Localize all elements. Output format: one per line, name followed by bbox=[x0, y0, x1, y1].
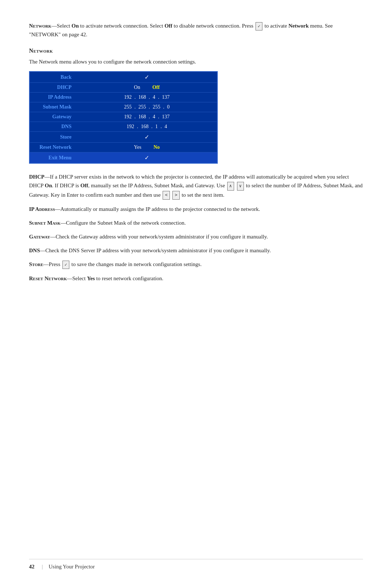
network-menu: Back ✓ DHCP On Off IP Address 192 . 168 … bbox=[29, 71, 363, 164]
dns-dot3: . bbox=[160, 124, 163, 129]
ip-dot3: . bbox=[158, 94, 160, 100]
store-desc2: to save the changes made in network conf… bbox=[70, 261, 201, 267]
section-heading: Network bbox=[29, 48, 363, 54]
menu-row-store: Store ✓ bbox=[29, 132, 217, 143]
dhcp-term: DHCP bbox=[29, 174, 45, 180]
dns-p2: 168 bbox=[141, 124, 148, 129]
dns-dot2: . bbox=[151, 124, 154, 129]
subnet-p2: 255 bbox=[138, 104, 146, 110]
subnet-p3: 255 bbox=[153, 104, 160, 110]
intro-text2: to activate network connection. Select bbox=[79, 23, 164, 29]
dns-p1: 192 bbox=[127, 124, 134, 129]
subnet-p4: 0 bbox=[167, 104, 170, 110]
desc-gateway: Gateway—Check the Gateway address with y… bbox=[29, 232, 363, 241]
menu-row-exit: Exit Menu ✓ bbox=[29, 152, 217, 164]
exit-value: ✓ bbox=[77, 152, 217, 164]
menu-row-back: Back ✓ bbox=[29, 72, 217, 83]
dhcp-off-bold: Off bbox=[80, 183, 88, 188]
subnet-mask-desc: —Configure the Subnet Mask of the networ… bbox=[61, 220, 186, 226]
dhcp-on-bold: On bbox=[45, 183, 52, 188]
subnet-label: Subnet Mask bbox=[29, 102, 77, 112]
reset-no: No bbox=[154, 144, 160, 150]
store-desc1: —Press bbox=[43, 261, 61, 267]
menu-row-subnet-mask: Subnet Mask 255 . 255 . 255 . 0 bbox=[29, 102, 217, 112]
subnet-dot3: . bbox=[163, 104, 166, 110]
page-number: 42 bbox=[29, 564, 34, 570]
menu-row-ip-address: IP Address 192 . 168 . 4 . 137 bbox=[29, 93, 217, 102]
ip-p4: 137 bbox=[162, 94, 170, 100]
store-check: ✓ bbox=[144, 134, 149, 140]
intro-text4: to activate bbox=[263, 23, 289, 29]
footer-divider: | bbox=[42, 564, 43, 570]
gw-p2: 168 bbox=[138, 114, 146, 119]
gateway-term: Gateway bbox=[29, 234, 50, 240]
menu-row-dhcp: DHCP On Off bbox=[29, 83, 217, 93]
subnet-dot2: . bbox=[149, 104, 151, 110]
dhcp-desc3: , manually set the IP Address, Subnet Ma… bbox=[88, 183, 226, 188]
dns-p3: 1 bbox=[155, 124, 158, 129]
page-footer: 42 | Using Your Projector bbox=[29, 559, 363, 570]
intro-paragraph: Network—Select On to activate network co… bbox=[29, 22, 363, 39]
dns-value: 192 . 168 . 1 . 4 bbox=[77, 122, 217, 132]
ip-p1: 192 bbox=[124, 94, 132, 100]
gw-dot2: . bbox=[149, 114, 151, 119]
ip-p3: 4 bbox=[153, 94, 155, 100]
store-term: Store bbox=[29, 261, 43, 267]
back-check: ✓ bbox=[144, 74, 149, 80]
store-enter-icon: ✓ bbox=[62, 261, 69, 269]
desc-store: Store—Press ✓ to save the changes made i… bbox=[29, 260, 363, 269]
gateway-desc: —Check the Gateway address with your net… bbox=[50, 234, 268, 240]
intro-off: Off bbox=[164, 23, 172, 29]
ip-address-term: IP Address bbox=[29, 206, 55, 212]
subnet-value: 255 . 255 . 255 . 0 bbox=[77, 102, 217, 112]
dns-dot1: . bbox=[137, 124, 139, 129]
dhcp-desc2: . If DHCP is bbox=[52, 183, 80, 188]
desc-ip-address: IP Address—Automatically or manually ass… bbox=[29, 205, 363, 213]
ip-dot1: . bbox=[134, 94, 137, 100]
gateway-value: 192 . 168 . 4 . 137 bbox=[77, 112, 217, 122]
network-menu-table: Back ✓ DHCP On Off IP Address 192 . 168 … bbox=[29, 71, 218, 164]
menu-row-gateway: Gateway 192 . 168 . 4 . 137 bbox=[29, 112, 217, 122]
reset-yes-bold: Yes bbox=[87, 275, 95, 281]
intro-on: On bbox=[72, 23, 79, 29]
intro-text1: —Select bbox=[52, 23, 72, 29]
dns-label: DNS bbox=[29, 122, 77, 132]
gateway-label: Gateway bbox=[29, 112, 77, 122]
store-label: Store bbox=[29, 132, 77, 143]
desc-reset-network: Reset Network—Select Yes to reset networ… bbox=[29, 274, 363, 283]
dns-desc: —Check the DNS Server IP address with yo… bbox=[40, 248, 271, 253]
back-label: Back bbox=[29, 72, 77, 83]
desc-subnet-mask: Subnet Mask—Configure the Subnet Mask of… bbox=[29, 219, 363, 227]
dhcp-desc5: to set the next item. bbox=[180, 192, 225, 198]
store-value: ✓ bbox=[77, 132, 217, 143]
ip-address-desc: —Automatically or manually assigns the I… bbox=[55, 206, 260, 212]
down-arrow-icon: ∨ bbox=[237, 182, 244, 190]
desc-dhcp: DHCP—If a DHCP server exists in the netw… bbox=[29, 172, 363, 199]
ip-dot2: . bbox=[149, 94, 151, 100]
gw-p3: 4 bbox=[153, 114, 155, 119]
footer-text: Using Your Projector bbox=[49, 564, 95, 570]
left-arrow-icon: < bbox=[163, 191, 170, 199]
reset-label: Reset Network bbox=[29, 143, 77, 152]
intro-network: Network bbox=[289, 23, 309, 29]
ip-address-label: IP Address bbox=[29, 93, 77, 102]
gw-dot3: . bbox=[158, 114, 160, 119]
dns-term: DNS bbox=[29, 248, 40, 253]
dhcp-on: On bbox=[134, 85, 140, 90]
subnet-mask-term: Subnet Mask bbox=[29, 220, 61, 226]
back-value: ✓ bbox=[77, 72, 217, 83]
dhcp-label: DHCP bbox=[29, 83, 77, 93]
gw-p1: 192 bbox=[124, 114, 132, 119]
reset-network-desc2: to reset network configuration. bbox=[95, 275, 163, 281]
reset-network-desc: —Select bbox=[67, 275, 87, 281]
reset-value: Yes No bbox=[77, 143, 217, 152]
exit-label: Exit Menu bbox=[29, 152, 77, 164]
menu-row-reset-network: Reset Network Yes No bbox=[29, 143, 217, 152]
subnet-p1: 255 bbox=[124, 104, 132, 110]
reset-yes: Yes bbox=[134, 144, 141, 150]
network-term: Network bbox=[29, 23, 52, 29]
up-arrow-icon: ∧ bbox=[227, 182, 234, 190]
desc-dns: DNS—Check the DNS Server IP address with… bbox=[29, 246, 363, 255]
exit-check: ✓ bbox=[144, 155, 149, 161]
ip-address-value: 192 . 168 . 4 . 137 bbox=[77, 93, 217, 102]
